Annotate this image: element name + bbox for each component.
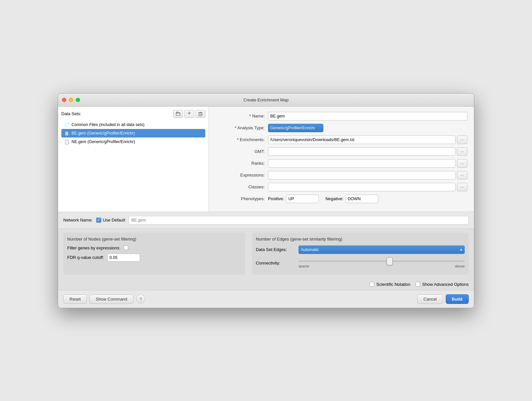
list-item-label: Common Files (included in all data sets) — [72, 122, 144, 127]
dense-label: dense — [455, 264, 465, 268]
analysis-type-select-wrapper: Generic/gProfiler/Enrichr ▼ — [268, 124, 467, 132]
fdr-row: FDR q-value cutoff: — [67, 254, 241, 262]
common-files-icon: 📄 — [64, 122, 70, 127]
reset-button[interactable]: Reset — [63, 294, 87, 304]
name-row: * Name: — [215, 112, 467, 120]
classes-label: Classes: — [215, 184, 265, 189]
enrichments-browse-button[interactable]: ··· — [457, 136, 467, 144]
gmt-input[interactable] — [268, 147, 456, 156]
use-default-checkbox-wrapper[interactable]: ✓ Use Default — [96, 218, 125, 223]
list-item[interactable]: 📋 BE.gem (Generic/gProfiler/Enrichr) — [61, 129, 205, 137]
filtering-section: Number of Nodes (gene-set filtering) Fil… — [58, 229, 474, 279]
fdr-input[interactable] — [107, 254, 140, 262]
delete-dataset-button[interactable] — [195, 110, 205, 118]
window-title: Create Enrichment Map — [243, 97, 288, 102]
bottom-options: Scientific Notation Show Advanced Option… — [58, 279, 474, 290]
negative-input[interactable] — [345, 195, 378, 203]
enrichments-label: * Enrichments: — [215, 137, 265, 142]
svg-rect-1 — [199, 113, 202, 116]
show-command-button[interactable]: Show Command — [90, 294, 133, 304]
titlebar: Create Enrichment Map — [58, 94, 474, 107]
classes-row: Classes: ··· — [215, 183, 467, 191]
show-advanced-option: Show Advanced Options — [416, 282, 469, 287]
show-advanced-checkbox[interactable] — [416, 282, 420, 286]
build-button[interactable]: Build — [446, 294, 469, 304]
use-default-checkbox[interactable]: ✓ — [96, 218, 101, 223]
connectivity-slider[interactable] — [298, 261, 465, 262]
list-item[interactable]: 📄 Common Files (included in all data set… — [61, 120, 205, 129]
negative-phenotype-group: Negative: — [325, 195, 378, 203]
enrichments-row: * Enrichments: ··· — [215, 136, 467, 144]
gmt-row: GMT: ··· — [215, 147, 467, 156]
dataset-icon: 📋 — [64, 139, 70, 144]
right-panel: * Name: * Analysis Type: Generic/gProfil… — [209, 107, 474, 212]
show-advanced-label: Show Advanced Options — [422, 282, 469, 287]
ranks-input[interactable] — [268, 159, 456, 168]
scientific-notation-checkbox[interactable] — [370, 282, 374, 286]
positive-input[interactable] — [286, 195, 319, 203]
network-section: Network Name: ✓ Use Default — [58, 212, 474, 229]
sparse-label: sparse — [298, 264, 309, 268]
list-item[interactable]: 📋 NE.gem (Generic/gProfiler/Enrichr) — [61, 137, 205, 146]
new-folder-button[interactable] — [173, 110, 183, 118]
add-dataset-button[interactable]: + — [184, 110, 194, 118]
positive-label: Positive: — [268, 196, 284, 201]
classes-browse-button[interactable]: ··· — [457, 183, 467, 191]
edges-filter-box: Number of Edges (gene-set similarity fil… — [252, 233, 469, 275]
ranks-browse-button[interactable]: ··· — [457, 159, 467, 168]
positive-phenotype-group: Positive: — [268, 195, 319, 203]
nodes-title: Number of Nodes (gene-set filtering) — [67, 237, 241, 242]
datasets-header: Data Sets: + — [61, 110, 205, 118]
phenotypes-inputs: Positive: Negative: — [268, 195, 385, 203]
scientific-notation-label: Scientific Notation — [376, 282, 410, 287]
list-item-label: BE.gem (Generic/gProfiler/Enrichr) — [72, 131, 135, 136]
analysis-type-select[interactable]: Generic/gProfiler/Enrichr — [268, 124, 323, 132]
name-label: * Name: — [215, 114, 265, 118]
phenotypes-label: Phenotypes: — [215, 196, 265, 201]
dataset-edges-row: Data Set Edges: Automatic ▼ — [256, 245, 465, 254]
minimize-button[interactable] — [69, 98, 73, 102]
main-content: Data Sets: + — [58, 107, 474, 308]
window-controls — [62, 98, 80, 102]
gmt-label: GMT: — [215, 149, 265, 154]
analysis-type-row: * Analysis Type: Generic/gProfiler/Enric… — [215, 124, 467, 132]
list-item-label: NE.gem (Generic/gProfiler/Enrichr) — [72, 139, 135, 144]
ranks-row: Ranks: ··· — [215, 159, 467, 168]
dataset-edges-select[interactable]: Automatic — [298, 245, 465, 254]
close-button[interactable] — [62, 98, 66, 102]
maximize-button[interactable] — [76, 98, 80, 102]
help-button[interactable]: ? — [136, 294, 145, 304]
classes-input[interactable] — [268, 183, 456, 191]
name-input[interactable] — [268, 112, 467, 120]
network-name-input[interactable] — [129, 216, 469, 224]
network-name-label: Network Name: — [63, 218, 93, 222]
main-window: Create Enrichment Map Data Sets: + — [58, 93, 474, 308]
dropdown-arrow-icon: ▼ — [462, 126, 465, 130]
datasets-label: Data Sets: — [61, 111, 172, 116]
expressions-row: Expressions: ··· — [215, 171, 467, 179]
ranks-label: Ranks: — [215, 161, 265, 166]
phenotypes-row: Phenotypes: Positive: Negative: — [215, 195, 467, 203]
left-panel: Data Sets: + — [58, 107, 209, 212]
scientific-notation-option: Scientific Notation — [370, 282, 410, 287]
filter-genes-checkbox[interactable] — [124, 245, 128, 250]
svg-rect-0 — [176, 113, 180, 116]
footer: Reset Show Command ? Cancel Build — [58, 290, 474, 308]
fdr-label: FDR q-value cutoff: — [67, 255, 104, 260]
filter-genes-row: Filter genes by expressions: — [67, 245, 241, 250]
nodes-filter-box: Number of Nodes (gene-set filtering) Fil… — [63, 233, 245, 275]
connectivity-row: Connectivity: sparse dense — [256, 258, 465, 268]
expressions-browse-button[interactable]: ··· — [457, 171, 467, 179]
expressions-label: Expressions: — [215, 173, 265, 178]
connectivity-label: Connectivity: — [256, 261, 295, 265]
connectivity-slider-container: sparse dense — [298, 258, 465, 268]
expressions-input[interactable] — [268, 171, 456, 179]
gmt-browse-button[interactable]: ··· — [457, 147, 467, 156]
dataset-icon: 📋 — [64, 131, 70, 136]
dataset-edges-label: Data Set Edges: — [256, 247, 295, 252]
footer-right: Cancel Build — [417, 294, 469, 304]
use-default-label: Use Default — [103, 218, 125, 222]
cancel-button[interactable]: Cancel — [417, 294, 443, 304]
enrichments-input[interactable] — [268, 136, 456, 144]
filter-genes-label: Filter genes by expressions: — [67, 245, 120, 250]
